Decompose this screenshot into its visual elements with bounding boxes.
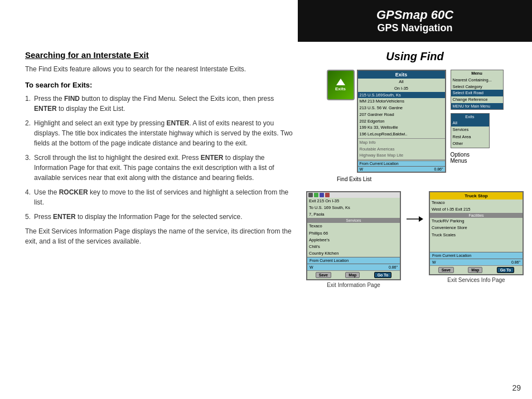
menu-main: MENU for Main Menu (451, 103, 503, 109)
exit-info-screen: Exit 215 On I-35 To U.S. 169 South, Ks 7… (306, 191, 401, 280)
exits-row-207: 207 Gardner Road (358, 111, 445, 118)
exit-services-screen: Truck Stop Texaco West of I-35 Exit 215 … (429, 191, 524, 275)
submenu-services: Services (451, 126, 489, 134)
select-category: Select Category (451, 84, 503, 90)
nearest-option: Nearest Containing... (451, 77, 503, 84)
arrow-icon (336, 79, 345, 85)
exits-row-196: 196 LeLoupRoad,Baldwi.. (358, 131, 445, 138)
step-3: 3. Scroll through the list to highlight … (25, 153, 298, 183)
goto-button[interactable]: Go To (374, 272, 392, 278)
info-bearing: W 0.86" (307, 264, 400, 270)
services-line1: Texaco (430, 199, 523, 206)
divider2 (358, 159, 445, 160)
left-content: Searching for an Interstate Exit The Fin… (25, 42, 298, 246)
page-number: 29 (512, 383, 521, 392)
services-header: Services (307, 218, 400, 223)
service-phillips: Phillips 66 (307, 230, 400, 237)
services-map-button[interactable]: Map (468, 267, 482, 273)
facilities-header: Facilities (430, 213, 523, 218)
exits-screen-header: Exits (358, 71, 445, 79)
service-applebees: Applebee's (307, 237, 400, 244)
services-screen-header: Truck Stop (430, 192, 523, 199)
exit-services-label: Exit Services Info Page (447, 277, 505, 283)
exits-submenu: Exits All Services Rest Area Other (451, 113, 490, 148)
exits-row-all: All (358, 79, 445, 85)
highway: Highway Base Map Lite (358, 152, 445, 159)
facility-spacer (430, 239, 523, 245)
facility-3: Truck Scales (430, 232, 523, 239)
exit-services-wrapper: Truck Stop Texaco West of I-35 Exit 215 … (429, 191, 524, 283)
bearing-bar: W 0.86" (358, 166, 445, 172)
services-bearing: W 0.86" (430, 259, 523, 265)
services-save-button[interactable]: Save (438, 267, 454, 273)
step-1: 1. Press the FIND button to display the … (25, 94, 298, 114)
services-line2: West of I-35 Exit 215 (430, 206, 523, 213)
change-reference: Change Reference (451, 96, 503, 103)
exits-row-202: 202 Edgerton (358, 118, 445, 125)
exits-list-screen: Exits All On I-35 215 U.S.169South, Ks M… (357, 70, 446, 173)
map-info: Map Info (358, 139, 445, 146)
exits-row-199: 199 Ks 33, Wellsville (358, 124, 445, 131)
options-label: Options (451, 152, 504, 158)
step-4: 4. Use the ROCKER key to move to the lis… (25, 187, 298, 207)
header-subtitle: GPS Navigation (377, 22, 452, 34)
service-chilis: Chili's (307, 244, 400, 250)
exits-row-213b: 213 U.S. 56 W. Gardne (358, 105, 445, 111)
divider (358, 138, 445, 139)
devices-top: Exits Exits All On I-35 215 U.S.169South… (327, 70, 504, 173)
devices-bottom: Exit 215 On I-35 To U.S. 169 South, Ks 7… (306, 191, 524, 288)
steps-list: 1. Press the FIND button to display the … (25, 94, 298, 222)
exit-info-line3: 7, Paola (307, 211, 400, 218)
facility-1: Truck/RV Parking (430, 218, 523, 225)
exit-info-line2: To U.S. 169 South, Ks (307, 205, 400, 211)
facility-spacer2 (430, 245, 523, 252)
routable: Routable Americas (358, 146, 445, 153)
exits-row-215: 215 U.S.169South, Ks (358, 92, 445, 99)
intro-text: The Find Exits feature allows you to sea… (25, 64, 298, 74)
map-button[interactable]: Map (345, 272, 360, 278)
exit-info-label: Exit Information Page (327, 282, 380, 288)
options-menu: Menu Nearest Containing... Select Catego… (451, 70, 504, 110)
connect-arrow (407, 191, 423, 225)
submenu-header: Exits (451, 114, 489, 120)
exit-info-line1: Exit 215 On I-35 (307, 198, 400, 205)
submenu-all: All (451, 120, 489, 127)
exit-info-wrapper: Exit 215 On I-35 To U.S. 169 South, Ks 7… (306, 191, 401, 288)
exits-row-on: On I-35 (358, 85, 445, 92)
submenu-rest: Rest Area (451, 134, 489, 141)
service-texaco: Texaco (307, 223, 400, 230)
menus-label: Menus (451, 158, 504, 164)
info-buttons: Save Map Go To (307, 270, 400, 279)
header: GPSmap 60C GPS Navigation (298, 0, 532, 42)
svg-marker-1 (419, 216, 423, 222)
info-bottom-label: From Current Location (307, 257, 400, 264)
right-content: Using Find Exits Exits All On I-35 215 U… (298, 42, 532, 296)
header-title: GPSmap 60C (376, 8, 453, 22)
services-bottom-label: From Current Location (430, 252, 523, 259)
exits-icon: Exits (327, 70, 355, 100)
status-icons (307, 192, 400, 198)
bottom-bar: From Current Location (358, 160, 445, 166)
services-buttons: Save Map Go To (430, 265, 523, 274)
footer-text: The Exit Services Information Page displ… (25, 226, 298, 246)
using-find-title: Using Find (386, 50, 443, 63)
save-button[interactable]: Save (316, 272, 331, 278)
section-title: Searching for an Interstate Exit (25, 50, 298, 60)
step-5: 5. Press ENTER to display the Informatio… (25, 212, 298, 222)
main-device: Exits Exits All On I-35 215 U.S.169South… (327, 70, 446, 173)
step-2: 2. Highlight and select an exit type by … (25, 118, 298, 148)
facility-2: Convenience Store (430, 225, 523, 231)
services-goto-button[interactable]: Go To (497, 267, 515, 273)
exits-row-213: MM 213 MotorVehiclens (358, 98, 445, 105)
submenu-other: Other (451, 140, 489, 148)
select-exit-road: Select Exit Road (451, 90, 503, 96)
find-exits-label: Find Exits List (337, 176, 371, 182)
sub-heading: To search for Exits: (25, 81, 298, 89)
service-country: Country Kitchen (307, 250, 400, 257)
right-menus: Menu Nearest Containing... Select Catego… (451, 70, 504, 164)
